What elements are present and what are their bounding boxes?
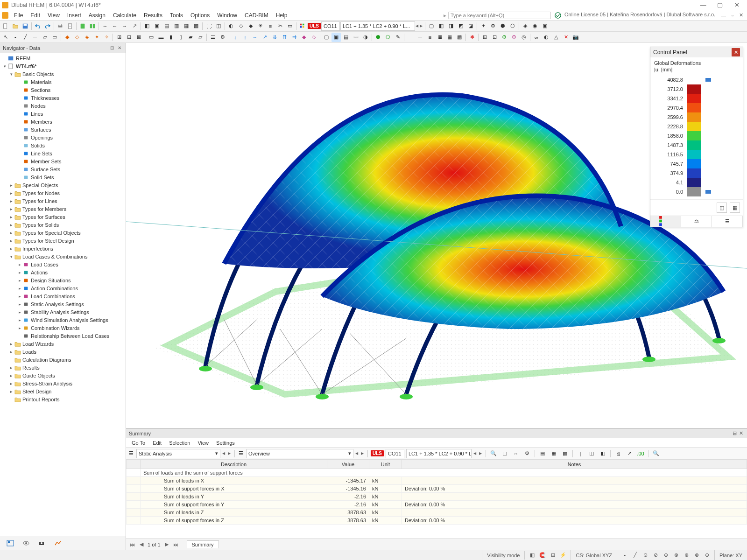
table-row[interactable]: Sum of loads in X-1345.17kN xyxy=(127,477,747,485)
t2-7[interactable]: ⊟ xyxy=(124,33,134,42)
st-5[interactable]: ▤ xyxy=(538,449,547,458)
st-4[interactable]: ⚙ xyxy=(522,449,532,458)
t2-1[interactable]: ◆ xyxy=(63,33,72,42)
tree-group[interactable]: ▸Guide Objects xyxy=(0,371,126,379)
color-icon[interactable] xyxy=(298,21,307,31)
cp-tab-legend[interactable] xyxy=(650,216,681,227)
t2-48[interactable]: △ xyxy=(551,33,561,42)
sb-i2[interactable]: 🧲 xyxy=(538,551,547,560)
close-child-button[interactable]: ✕ xyxy=(737,11,745,19)
t2-40[interactable]: ✱ xyxy=(467,33,477,42)
t2-2[interactable]: ◇ xyxy=(72,33,82,42)
tree-item[interactable]: Lines xyxy=(0,110,126,118)
zoom-fit-icon[interactable]: ⛶ xyxy=(204,21,213,31)
t2-3[interactable]: ◈ xyxy=(82,33,92,42)
combo-next[interactable]: ▶ xyxy=(420,24,423,28)
menu-help[interactable]: Help xyxy=(272,11,291,20)
save-icon[interactable] xyxy=(21,21,30,31)
t2-31[interactable]: ⬢ xyxy=(374,33,383,42)
cp-tab-scale[interactable]: ⚖ xyxy=(681,216,712,227)
t2-36[interactable]: ≡ xyxy=(425,33,435,42)
tree-item[interactable]: Materials xyxy=(0,78,126,86)
tree-item[interactable]: Members xyxy=(0,118,126,126)
t2-16[interactable]: ⚙ xyxy=(218,33,227,42)
sum-settings[interactable]: Settings xyxy=(212,439,239,447)
light-icon[interactable]: ☀ xyxy=(256,21,265,31)
t2-12[interactable]: ▯ xyxy=(176,33,185,42)
tree-group[interactable]: ▸Stress-Strain Analysis xyxy=(0,379,126,387)
menu-window[interactable]: Window xyxy=(213,11,241,20)
cp-foot-btn2[interactable]: ▦ xyxy=(730,203,740,213)
t2-27[interactable]: ▣ xyxy=(331,33,341,42)
st-7[interactable]: ▩ xyxy=(560,449,570,458)
tree-item[interactable]: Solid Sets xyxy=(0,173,126,181)
layer-icon[interactable]: ≡ xyxy=(266,21,275,31)
page-last[interactable]: ⏭ xyxy=(173,542,179,547)
st-11[interactable]: 🖨 xyxy=(613,449,623,458)
legend-slider[interactable] xyxy=(701,190,714,194)
sum-next2[interactable]: ▶ xyxy=(361,451,365,455)
sum-prev3[interactable]: ◀ xyxy=(473,451,477,455)
menu-options[interactable]: Options xyxy=(187,11,213,20)
sum-desc[interactable]: LC1 + 1.35 * LC2 + 0.90 * L... xyxy=(406,449,472,458)
tree-item[interactable]: Surface Sets xyxy=(0,165,126,173)
tb-b1[interactable]: ✦ xyxy=(479,21,488,31)
sb-j6[interactable]: ⊗ xyxy=(671,551,681,560)
cp-tab-filter[interactable]: ☰ xyxy=(712,216,743,227)
maximize-button[interactable]: ▢ xyxy=(712,0,728,10)
col-value[interactable]: Value xyxy=(327,460,369,469)
sum-next3[interactable]: ▶ xyxy=(479,451,483,455)
keyword-search[interactable] xyxy=(448,12,551,19)
cp-foot-btn1[interactable]: ◫ xyxy=(717,203,727,213)
render-icon[interactable]: ◆ xyxy=(246,21,255,31)
t2-20[interactable]: ↗ xyxy=(260,33,269,42)
sum-next1[interactable]: ▶ xyxy=(228,451,232,455)
sum-co[interactable]: CO11 xyxy=(386,449,404,458)
tree-item[interactable]: ▸Wind Simulation Analysis Settings xyxy=(0,316,126,324)
sum-goto[interactable]: Go To xyxy=(128,439,149,447)
sum-edit[interactable]: Edit xyxy=(149,439,165,447)
st-12[interactable]: ↗ xyxy=(625,449,634,458)
tb-b2[interactable]: ⚙ xyxy=(488,21,498,31)
tree-item[interactable]: Openings xyxy=(0,133,126,141)
t2-47[interactable]: ◐ xyxy=(542,33,551,42)
t2-30[interactable]: ◑ xyxy=(361,33,370,42)
status-cs[interactable]: CS: Global XYZ xyxy=(571,550,617,560)
legend-slider[interactable] xyxy=(701,78,714,82)
t2-22[interactable]: ⇈ xyxy=(280,33,289,42)
t2-38[interactable]: ▦ xyxy=(445,33,454,42)
tree-group[interactable]: Printout Reports xyxy=(0,395,126,403)
t2-39[interactable]: ▩ xyxy=(455,33,464,42)
t2-5[interactable]: ✧ xyxy=(102,33,111,42)
menu-edit[interactable]: Edit xyxy=(27,11,44,20)
col-desc[interactable]: Description xyxy=(141,460,327,469)
summary-close[interactable]: ✕ xyxy=(738,430,744,436)
sb-j9[interactable]: ⊝ xyxy=(702,551,712,560)
overview-combo[interactable]: Overview▾ xyxy=(246,449,353,458)
status-plane[interactable]: Plane: XY xyxy=(714,550,747,560)
view-iso-icon[interactable]: ◧ xyxy=(142,21,152,31)
t2-19[interactable]: → xyxy=(250,33,260,42)
minimize-button[interactable]: — xyxy=(695,0,712,10)
sum-selection[interactable]: Selection xyxy=(165,439,194,447)
print-icon[interactable] xyxy=(56,21,65,31)
tree-item[interactable]: ▸Design Situations xyxy=(0,276,126,284)
t2-21[interactable]: ⇊ xyxy=(270,33,279,42)
st-1[interactable]: 🔍 xyxy=(489,449,498,458)
t2-15[interactable]: ☰ xyxy=(208,33,218,42)
tree-group[interactable]: ▸Types for Special Objects xyxy=(0,229,126,237)
t2-4[interactable]: ✦ xyxy=(92,33,101,42)
table-row[interactable]: Sum of support forces in X-1345.16kNDevi… xyxy=(127,485,747,493)
navigator-tree[interactable]: RFEM ▾WT4.rf6* ▾Basic Objects MaterialsS… xyxy=(0,53,126,536)
sb-j3[interactable]: ⊙ xyxy=(641,551,650,560)
menu-calculate[interactable]: Calculate xyxy=(109,11,140,20)
tree-group[interactable]: ▸Types for Lines xyxy=(0,197,126,205)
st-9[interactable]: ◫ xyxy=(587,449,596,458)
tree-group[interactable]: ▸Loads xyxy=(0,348,126,356)
sb-i1[interactable]: ◧ xyxy=(528,551,537,560)
3d-view[interactable]: Control Panel ✕ Global Deformations |u| … xyxy=(126,43,747,428)
nav-mode-display-icon[interactable] xyxy=(21,538,32,548)
tb-b4[interactable]: ⬡ xyxy=(508,21,517,31)
nav-mode-data-icon[interactable] xyxy=(5,538,16,548)
t2-8[interactable]: ⊠ xyxy=(134,33,143,42)
